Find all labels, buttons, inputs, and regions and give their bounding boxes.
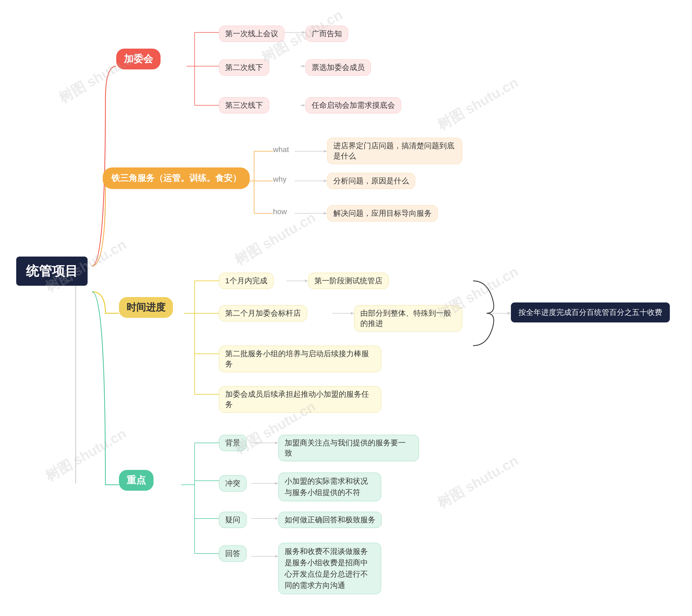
leaf-sj1: 1个月内完成 bbox=[219, 273, 274, 289]
branch-jiawelhui-label: 加委会 bbox=[124, 53, 153, 64]
label-what-text: what bbox=[273, 145, 289, 154]
leaf-zd1-label: 背景 bbox=[225, 439, 240, 447]
leaf-ts3-sub-label: 解决问题，应用目标导向服务 bbox=[333, 209, 432, 217]
leaf-ts1-sub-label: 进店界定门店问题，搞清楚问题到底是什么 bbox=[333, 141, 455, 160]
leaf-sj4: 加委会成员后续承担起推动小加盟的服务任务 bbox=[219, 386, 381, 413]
branch-zhongdian-label: 重点 bbox=[126, 475, 146, 486]
leaf-jw3-sub-label: 任命启动会加需求摸底会 bbox=[312, 101, 395, 109]
svg-marker-34 bbox=[508, 312, 511, 315]
branch-zhongdian: 重点 bbox=[119, 470, 153, 491]
leaf-jw1: 第一次线上会议 bbox=[219, 26, 285, 42]
branch-jiawelhui: 加委会 bbox=[116, 49, 161, 69]
svg-marker-18 bbox=[324, 150, 327, 153]
root-node: 统管项目 bbox=[16, 257, 88, 286]
leaf-zd2-sub: 小加盟的实际需求和状况与服务小组提供的不符 bbox=[278, 472, 381, 501]
svg-marker-9 bbox=[302, 65, 306, 67]
leaf-sj3: 第二批服务小组的培养与启动后续接力棒服务 bbox=[219, 346, 381, 372]
leaf-ts2-sub: 分析问题，原因是什么 bbox=[327, 173, 415, 189]
label-why: why bbox=[273, 175, 287, 184]
svg-marker-44 bbox=[275, 482, 278, 485]
leaf-sj2: 第二个月加委会标杆店 bbox=[219, 305, 307, 321]
leaf-ts2-sub-label: 分析问题，原因是什么 bbox=[333, 177, 409, 185]
branch-shijian-label: 时间进度 bbox=[126, 302, 165, 313]
svg-marker-20 bbox=[324, 180, 327, 182]
leaf-jw1-sub-label: 广而告知 bbox=[312, 29, 342, 38]
leaf-zd4-sub: 服务和收费不混谈做服务是服务小组收费是招商中心开发点位是分总进行不同的需求方向沟… bbox=[278, 543, 381, 594]
leaf-jw1-label: 第一次线上会议 bbox=[225, 29, 278, 38]
svg-marker-48 bbox=[275, 555, 278, 558]
leaf-jw2-sub: 票选加委会成员 bbox=[306, 60, 371, 75]
svg-marker-46 bbox=[275, 517, 278, 520]
leaf-sj1-label: 1个月内完成 bbox=[225, 277, 267, 285]
branch-tiesanjiao-label: 铁三角服务（运管。训练。食安） bbox=[111, 173, 241, 183]
leaf-zd4-label: 回答 bbox=[225, 549, 240, 558]
label-how-text: how bbox=[273, 207, 287, 216]
leaf-sj1-sub: 第一阶段测试统管店 bbox=[308, 273, 389, 289]
leaf-jw3-label: 第三次线下 bbox=[225, 101, 263, 109]
leaf-zd3-sub-label: 如何做正确回答和极致服务 bbox=[285, 515, 375, 524]
branch-shijian: 时间进度 bbox=[119, 297, 173, 318]
leaf-zd4: 回答 bbox=[219, 546, 247, 562]
leaf-ts1-sub: 进店界定门店问题，搞清楚问题到底是什么 bbox=[327, 138, 462, 164]
leaf-sj2-sub-label: 由部分到整体、特殊到一般的推进 bbox=[360, 309, 451, 328]
leaf-zd3-sub: 如何做正确回答和极致服务 bbox=[278, 512, 382, 528]
leaf-extra-shijian: 按全年进度完成百分百统管百分之五十收费 bbox=[511, 303, 670, 323]
mind-map: 树图 shutu.cn 树图 shutu.cn 树图 shutu.cn 树图 s… bbox=[0, 0, 692, 616]
svg-marker-22 bbox=[324, 212, 327, 215]
leaf-sj3-label: 第二批服务小组的培养与启动后续接力棒服务 bbox=[225, 349, 369, 368]
label-what: what bbox=[273, 145, 289, 154]
leaf-ts3-sub: 解决问题，应用目标导向服务 bbox=[327, 205, 438, 221]
leaf-sj2-sub: 由部分到整体、特殊到一般的推进 bbox=[354, 305, 462, 332]
leaf-zd2-label: 冲突 bbox=[225, 479, 240, 487]
watermark-5: 树图 shutu.cn bbox=[231, 208, 319, 270]
leaf-jw3-sub: 任命启动会加需求摸底会 bbox=[306, 97, 401, 113]
svg-marker-11 bbox=[302, 104, 306, 107]
svg-marker-42 bbox=[275, 442, 278, 444]
leaf-jw1-sub: 广而告知 bbox=[306, 26, 348, 42]
leaf-jw2-sub-label: 票选加委会成员 bbox=[312, 63, 365, 71]
leaf-jw2-label: 第二次线下 bbox=[225, 63, 263, 71]
leaf-zd1-sub: 加盟商关注点与我们提供的服务要一致 bbox=[278, 435, 419, 461]
leaf-extra-shijian-label: 按全年进度完成百分百统管百分之五十收费 bbox=[519, 308, 662, 316]
leaf-zd4-sub-label: 服务和收费不混谈做服务是服务小组收费是招商中心开发点位是分总进行不同的需求方向沟… bbox=[285, 547, 368, 590]
leaf-zd1-sub-label: 加盟商关注点与我们提供的服务要一致 bbox=[285, 439, 406, 457]
svg-marker-7 bbox=[302, 31, 306, 34]
root-label: 统管项目 bbox=[26, 264, 78, 278]
leaf-sj1-sub-label: 第一阶段测试统管店 bbox=[314, 277, 382, 285]
svg-marker-32 bbox=[351, 312, 354, 315]
branch-tiesanjiao: 铁三角服务（运管。训练。食安） bbox=[103, 168, 250, 189]
watermark-3: 树图 shutu.cn bbox=[434, 73, 522, 135]
leaf-zd3: 疑问 bbox=[219, 512, 247, 528]
leaf-zd2: 冲突 bbox=[219, 475, 247, 491]
label-how: how bbox=[273, 207, 287, 216]
watermark-9: 树图 shutu.cn bbox=[434, 451, 522, 513]
leaf-jw3: 第三次线下 bbox=[219, 97, 269, 113]
leaf-zd2-sub-label: 小加盟的实际需求和状况与服务小组提供的不符 bbox=[285, 477, 368, 497]
leaf-sj2-label: 第二个月加委会标杆店 bbox=[225, 309, 301, 317]
svg-marker-30 bbox=[305, 280, 308, 282]
leaf-zd1: 背景 bbox=[219, 435, 247, 451]
leaf-sj4-label: 加委会成员后续承担起推动小加盟的服务任务 bbox=[225, 390, 369, 409]
leaf-zd3-label: 疑问 bbox=[225, 515, 240, 524]
label-why-text: why bbox=[273, 175, 287, 183]
leaf-jw2: 第二次线下 bbox=[219, 60, 269, 75]
watermark-7: 树图 shutu.cn bbox=[42, 424, 130, 486]
